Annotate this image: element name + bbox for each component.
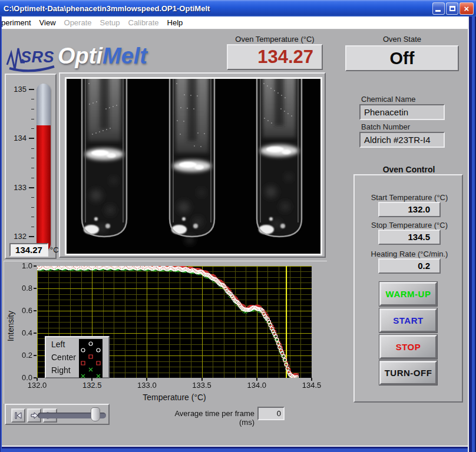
window-border-right	[468, 16, 476, 452]
thermometer-minor-tick	[31, 109, 34, 109]
x-tick-133.5: 133.5	[187, 381, 217, 390]
maximize-button[interactable]	[446, 2, 458, 15]
oc-field-value-0[interactable]: 132.0	[378, 202, 441, 217]
y-tick-0.6: 0.6	[12, 306, 32, 315]
menu-item-calibrate[interactable]: Calibrate	[124, 16, 163, 29]
window-border-bottom	[0, 446, 476, 452]
thermometer-major-tick	[29, 236, 34, 237]
x-tick-132.5: 132.5	[77, 381, 107, 390]
thermometer-tick-132: 132	[8, 232, 27, 241]
playback-panel	[5, 404, 110, 425]
x-tick-dash	[256, 378, 257, 381]
y-tick-dash	[34, 265, 37, 267]
window-controls: ×	[432, 2, 474, 15]
oc-field-value-1[interactable]: 134.5	[378, 230, 441, 245]
thermometer-minor-tick	[31, 158, 34, 158]
minimize-icon	[435, 10, 441, 12]
stop-button[interactable]: STOP	[379, 335, 437, 359]
turn-off-button[interactable]: TURN-OFF	[379, 361, 437, 385]
menu-item-view[interactable]: View	[35, 16, 60, 29]
oc-field-label-2: Heating Rate (°C/min.)	[355, 250, 464, 258]
menu-item-periment[interactable]: periment	[0, 16, 35, 29]
thermometer-tick-133: 133	[8, 183, 27, 192]
oven-state-display: Off	[345, 45, 459, 71]
oc-field-label-1: Stop Temperature (°C)	[355, 221, 464, 230]
maximize-icon	[449, 6, 455, 11]
window-border-left	[0, 16, 2, 452]
thermometer-minor-tick	[31, 119, 34, 119]
camera-image	[65, 77, 322, 255]
window-title: C:\Optimelt-Data\phenacetin3mmlowspeed.O…	[0, 4, 210, 13]
thermometer-unit: °C	[50, 245, 59, 254]
thermometer-tick-134: 134	[8, 134, 27, 142]
thermometer-minor-tick	[31, 99, 34, 99]
step-back-icon	[14, 411, 23, 420]
y-tick-dash	[34, 355, 37, 356]
thermometer-readout: 134.27	[9, 243, 48, 257]
oven-control-panel: Start Temperature (°C)132.0Stop Temperat…	[353, 174, 463, 403]
thermometer-major-tick	[29, 89, 34, 90]
menu-item-help[interactable]: Help	[163, 16, 187, 29]
title-bar[interactable]: C:\Optimelt-Data\phenacetin3mmlowspeed.O…	[0, 0, 476, 16]
oc-field-label-0: Start Temperature (°C)	[355, 193, 464, 202]
thermometer-mercury	[37, 125, 51, 251]
legend-entry-left: Left	[51, 340, 65, 349]
y-tick-0.8: 0.8	[12, 284, 32, 293]
thermometer-tube	[37, 84, 51, 251]
chart-x-axis-label: Temperature (°C)	[101, 393, 248, 402]
oven-temperature-display: 134.27	[227, 44, 323, 70]
close-button[interactable]: ×	[460, 2, 474, 15]
x-tick-dash	[201, 378, 203, 381]
x-tick-134.0: 134.0	[242, 381, 272, 390]
avg-time-field[interactable]: 0	[257, 407, 285, 420]
chemical-name-label: Chemical Name	[361, 95, 415, 104]
y-tick-dash	[34, 333, 37, 334]
thermometer-minor-tick	[31, 197, 34, 198]
oc-field-value-2[interactable]: 0.2	[378, 258, 441, 274]
step-back-button[interactable]	[11, 408, 25, 423]
x-tick-dash	[91, 378, 92, 381]
close-icon: ×	[464, 4, 470, 13]
camera-view-frame	[59, 72, 326, 258]
x-tick-dash	[37, 378, 38, 381]
thermometer-minor-tick	[31, 128, 34, 129]
thermometer-major-tick	[29, 187, 34, 188]
y-tick-dash	[34, 288, 37, 289]
thermometer-minor-tick	[31, 217, 34, 217]
oven-temperature-label: Oven Temperature (°C)	[227, 35, 323, 44]
thermometer: 134.27 °C 135134133132	[5, 74, 57, 259]
minimize-button[interactable]	[432, 2, 445, 15]
oven-state-label: Oven State	[345, 35, 459, 44]
chemical-name-field[interactable]: Phenacetin	[359, 104, 445, 120]
optimelt-logo-text: OptiMelt	[58, 44, 147, 69]
x-tick-dash	[311, 378, 312, 381]
chart-legend: LeftCenterRight	[45, 336, 110, 378]
y-tick-dash	[34, 310, 37, 311]
oven-state-value: Off	[346, 49, 458, 68]
frame-slider-thumb[interactable]	[91, 407, 100, 421]
intensity-chart: Intensity Temperature (°C) LeftCenterRig…	[4, 261, 327, 404]
thermometer-minor-tick	[31, 178, 34, 178]
thermometer-tick-135: 135	[8, 85, 27, 94]
x-tick-132.0: 132.0	[22, 381, 52, 390]
logo-melt-text: Melt	[103, 44, 147, 68]
srs-logo-text: SRS	[21, 48, 54, 67]
logo-opti-text: Opti	[58, 44, 103, 68]
optimelt-window: C:\Optimelt-Data\phenacetin3mmlowspeed.O…	[0, 0, 476, 452]
thermometer-minor-tick	[31, 168, 34, 168]
y-tick-1.0: 1.0	[12, 261, 32, 270]
x-tick-134.5: 134.5	[297, 381, 326, 390]
start-button[interactable]: START	[379, 308, 437, 333]
thermometer-minor-tick	[31, 148, 34, 149]
batch-number-field[interactable]: Aldrich #23TR-I4	[359, 132, 445, 148]
x-tick-dash	[146, 378, 147, 381]
oven-control-heading: Oven Control	[353, 165, 464, 174]
menu-bar: perimentViewOperateSetupCalibrateHelp	[0, 16, 476, 29]
legend-entry-center: Center	[51, 353, 76, 362]
avg-time-label: Average time per frame (ms)	[165, 409, 254, 427]
y-tick-0.4: 0.4	[12, 328, 32, 337]
menu-item-operate[interactable]: Operate	[60, 16, 96, 29]
warm-up-button[interactable]: WARM-UP	[379, 282, 437, 306]
legend-entry-right: Right	[51, 365, 71, 375]
menu-item-setup[interactable]: Setup	[96, 16, 124, 29]
